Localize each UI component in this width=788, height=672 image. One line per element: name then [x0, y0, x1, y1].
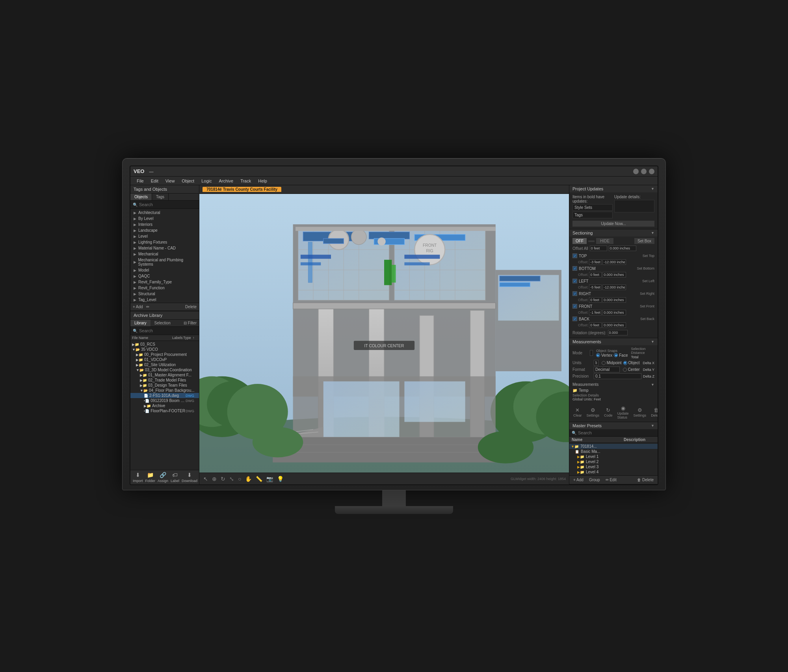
update-now-button[interactable]: Update Now...	[572, 221, 654, 227]
minimize-button[interactable]: —	[633, 169, 639, 174]
snap-vertex[interactable]: Vertex	[596, 353, 612, 357]
snap-midpoint[interactable]: Midpoint	[602, 361, 622, 365]
file-item-04floor[interactable]: ▼📂 04_Floor Plan Backgrou...	[130, 388, 199, 393]
tree-item-qaqc[interactable]: ▶ QAQC	[130, 273, 199, 279]
import-button[interactable]: ⬇ Import	[133, 472, 143, 483]
file-item-2fs1[interactable]: 📄 2-FS1-101A.dwg DWG	[130, 393, 199, 398]
menu-view[interactable]: View	[162, 178, 178, 184]
tags-search-input[interactable]	[139, 202, 197, 207]
offset-front-feet[interactable]	[589, 310, 602, 315]
offset-top-inches[interactable]	[602, 259, 626, 265]
update-item-style-sets[interactable]: Style Sets	[572, 204, 613, 211]
offset-right-feet[interactable]	[589, 297, 602, 303]
viewport-tab[interactable]: 701814é Travis County Courts Facility	[203, 187, 281, 192]
file-item-03rcs[interactable]: ▶📁 03_RCS	[130, 342, 199, 347]
file-item-09122019[interactable]: •📄 09122019 Boom Blo... DWG	[130, 398, 199, 403]
filter-button[interactable]: ⊟ Filter	[181, 320, 199, 326]
file-item-01vdcovp[interactable]: ▶📁 01_VDCOvP	[130, 357, 199, 362]
mode-input[interactable]	[590, 350, 593, 356]
section-front-set-btn[interactable]: Set Front	[640, 304, 654, 308]
section-back-set-btn[interactable]: Set Back	[640, 317, 654, 321]
offset-top-feet[interactable]	[589, 259, 602, 265]
tree-item-model[interactable]: ▶ Model	[130, 267, 199, 273]
menu-track[interactable]: Track	[237, 178, 254, 184]
section-front-checkbox[interactable]: ✓	[572, 304, 577, 309]
section-bottom-checkbox[interactable]: ✓	[572, 266, 577, 271]
offset-left-feet[interactable]	[589, 285, 602, 290]
section-left-set-btn[interactable]: Set Left	[642, 279, 654, 283]
clear-button[interactable]: ✕ Clear	[572, 406, 584, 418]
download-button[interactable]: ⬇ Download	[182, 472, 197, 483]
file-item-00project[interactable]: ▶📁 00_Project Procurement	[130, 352, 199, 357]
section-back-checkbox[interactable]: ✓	[572, 316, 577, 321]
settings-btn[interactable]: ⚙ Settings	[632, 406, 648, 418]
viewport-canvas[interactable]: FRONT RIG	[199, 194, 569, 473]
offset-front-inches[interactable]	[602, 310, 626, 315]
file-item-01master[interactable]: ▶📁 01_Master Alignment F...	[130, 372, 199, 378]
snap-object[interactable]: Object	[623, 361, 640, 365]
folder-button[interactable]: 📁 Folder	[145, 472, 156, 483]
section-top-set-btn[interactable]: Set Top	[643, 254, 654, 258]
offset-right-inches[interactable]	[602, 297, 626, 303]
measure-icon[interactable]: 📏	[255, 475, 263, 483]
menu-logic[interactable]: Logic	[198, 178, 215, 184]
menu-edit[interactable]: Edit	[148, 178, 162, 184]
section-on-button[interactable]	[588, 240, 595, 242]
menu-archive[interactable]: Archive	[216, 178, 236, 184]
preset-level1[interactable]: ▶📁 Level 1	[569, 454, 658, 459]
add-preset-button[interactable]: + Add	[572, 477, 585, 482]
delete-tag-button[interactable]: Delete	[185, 305, 197, 309]
maximize-button[interactable]: □	[641, 169, 647, 174]
tab-library[interactable]: Library	[130, 320, 151, 326]
edit-preset-button[interactable]: ✏ Edit	[604, 477, 618, 482]
offset-back-feet[interactable]	[589, 322, 602, 328]
presets-search-input[interactable]	[578, 430, 655, 435]
measurements-header[interactable]: Measurements ▼	[569, 338, 658, 345]
delete-preset-button[interactable]: 🗑 Delete	[636, 477, 655, 482]
section-setbox-button[interactable]: Set Box	[634, 238, 654, 244]
offset-bottom-feet[interactable]	[589, 272, 602, 277]
archive-search-input[interactable]	[139, 328, 197, 333]
orbit-icon[interactable]: ○	[237, 475, 242, 483]
section-off-button[interactable]: OFF	[572, 238, 587, 244]
units-input[interactable]	[594, 360, 598, 366]
sectioning-header[interactable]: Sectioning ▼	[569, 229, 658, 236]
settings-code-button[interactable]: ⚙ Settings	[585, 406, 601, 418]
section-top-checkbox[interactable]: ✓	[572, 253, 577, 258]
tree-item-revit-function[interactable]: ▶ Revit_Function	[130, 285, 199, 291]
file-item-floorplan[interactable]: •📄 FloorPlan-FOOTER DWG	[130, 408, 199, 413]
offset-all-feet-input[interactable]	[590, 246, 607, 251]
tree-item-interiors[interactable]: ▶ Interiors	[130, 222, 199, 227]
file-item-03model[interactable]: ▼📂 03_3D Model Coordination	[130, 367, 199, 372]
section-bottom-set-btn[interactable]: Set Bottom	[637, 266, 654, 270]
preset-level4[interactable]: ▶📁 Level 4	[569, 469, 658, 475]
offset-bottom-inches[interactable]	[602, 272, 626, 277]
tree-item-lighting[interactable]: ▶ Lighting Fixtures	[130, 239, 199, 245]
section-left-checkbox[interactable]: ✓	[572, 279, 577, 283]
master-presets-header[interactable]: Master Presets ▼	[569, 422, 658, 429]
tree-item-landscape[interactable]: ▶ Landscape	[130, 227, 199, 233]
section-right-set-btn[interactable]: Set Right	[640, 292, 654, 296]
light-icon[interactable]: 💡	[276, 475, 284, 483]
tree-item-architectural[interactable]: ▶ Architectural	[130, 210, 199, 216]
tree-item-bylevel[interactable]: ▶ By Level	[130, 216, 199, 222]
snap-center[interactable]: Center	[623, 367, 640, 372]
tree-item-mech-plumbing[interactable]: ▶ Mechanical and Plumbing Systems	[130, 257, 199, 267]
tree-item-material[interactable]: ▶ Material Name - CAD	[130, 245, 199, 251]
tab-tags[interactable]: Tags	[152, 194, 169, 200]
assign-button[interactable]: 🔗 Assign	[158, 472, 168, 483]
menu-object[interactable]: Object	[178, 178, 197, 184]
tab-selection[interactable]: Selection	[151, 320, 175, 326]
preset-level2[interactable]: ▶📁 Level 2	[569, 459, 658, 464]
preset-701814[interactable]: ▼📁 701814...	[569, 444, 658, 449]
file-item-02trade[interactable]: ▶📁 02_Trade Model Files	[130, 378, 199, 383]
add-tag-button[interactable]: + Add	[133, 305, 143, 309]
offset-back-inches[interactable]	[602, 322, 626, 328]
file-item-archive[interactable]: ▶📁 Archive	[130, 403, 199, 408]
tab-objects[interactable]: Objects	[130, 194, 152, 200]
preset-basicma[interactable]: 📋 Basic Ma...	[569, 449, 658, 454]
tree-item-structural[interactable]: ▶ Structural	[130, 291, 199, 297]
tree-item-revit-family[interactable]: ▶ Revit_Family_Type	[130, 279, 199, 285]
cursor-icon[interactable]: ↖	[203, 475, 209, 483]
section-right-checkbox[interactable]: ✓	[572, 291, 577, 296]
